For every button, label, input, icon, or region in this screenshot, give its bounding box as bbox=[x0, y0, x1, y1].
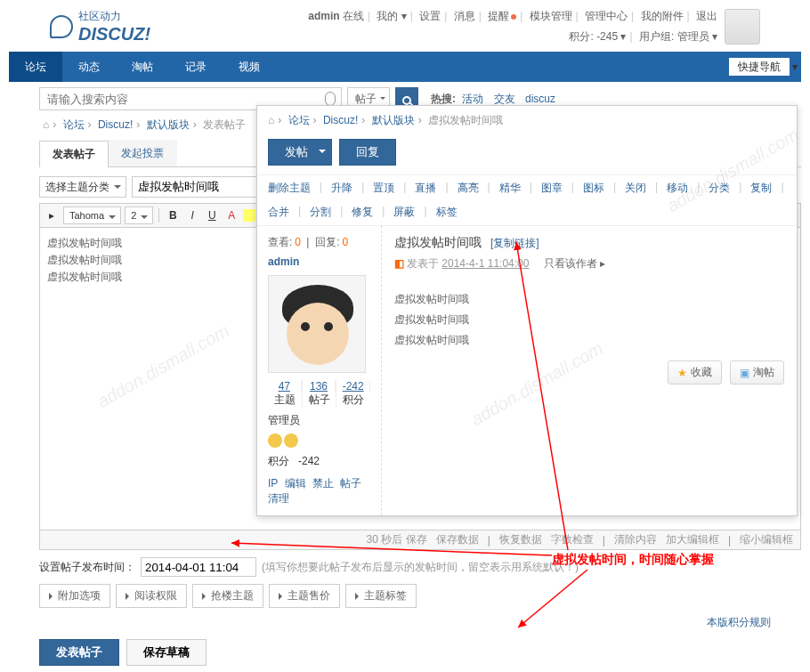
mic-icon[interactable] bbox=[325, 92, 336, 106]
fav-button[interactable]: ★收藏 bbox=[668, 360, 722, 385]
save-draft-button[interactable]: 保存草稿 bbox=[126, 639, 207, 666]
copy-link[interactable]: [复制链接] bbox=[490, 237, 539, 249]
author-credits: -242 bbox=[298, 455, 320, 467]
menu-attach[interactable]: 我的附件 bbox=[641, 10, 684, 22]
color-button[interactable]: A bbox=[223, 207, 239, 223]
hot-2[interactable]: 交友 bbox=[494, 93, 515, 105]
nav-feed[interactable]: 动态 bbox=[62, 52, 116, 82]
search-icon bbox=[402, 96, 411, 105]
post-meta: ◧发表于 2014-4-1 11:04:00 只看该作者 ▸ bbox=[394, 256, 784, 271]
nav-doing[interactable]: 记录 bbox=[169, 52, 223, 82]
size-select[interactable]: 2 bbox=[125, 206, 153, 224]
mod-close[interactable]: 关闭 bbox=[625, 181, 646, 196]
mod-digest[interactable]: 精华 bbox=[499, 181, 521, 196]
reply-button[interactable]: 回复 bbox=[339, 139, 396, 166]
menu-msg[interactable]: 消息 bbox=[454, 10, 475, 22]
ft-wordcount[interactable]: 字数检查 bbox=[551, 532, 594, 547]
mod-bump[interactable]: 升降 bbox=[331, 181, 352, 196]
only-author[interactable]: 只看该作者 bbox=[544, 257, 597, 270]
post-title: 虚拟发帖时间哦 [复制链接] bbox=[394, 235, 784, 251]
al-posts[interactable]: 帖子 bbox=[340, 477, 361, 490]
group-label: 用户组: bbox=[639, 30, 674, 43]
bold-button[interactable]: B bbox=[165, 207, 181, 223]
bc-forum[interactable]: 论坛 bbox=[63, 118, 85, 131]
new-post-button[interactable]: 发帖 bbox=[268, 139, 332, 166]
bc-board[interactable]: 默认版块 bbox=[147, 118, 190, 131]
opt-price[interactable]: 主题售价 bbox=[269, 584, 340, 608]
ft-clear[interactable]: 清除内容 bbox=[614, 532, 657, 547]
mod-copy[interactable]: 复制 bbox=[750, 181, 772, 196]
ft-bigger[interactable]: 加大编辑框 bbox=[666, 532, 719, 547]
mod-split[interactable]: 分割 bbox=[310, 205, 331, 220]
tab-poll[interactable]: 发起投票 bbox=[108, 140, 177, 166]
ft-restore[interactable]: 恢复数据 bbox=[499, 532, 542, 547]
al-ban[interactable]: 禁止 bbox=[312, 477, 334, 490]
pbc-forum[interactable]: 论坛 bbox=[288, 114, 310, 126]
mod-icon[interactable]: 图标 bbox=[583, 181, 604, 196]
author-actions: IP 编辑 禁止 帖子 清理 bbox=[268, 476, 370, 506]
notice-dot-icon bbox=[511, 14, 516, 20]
opt-perm[interactable]: 阅读权限 bbox=[116, 584, 187, 608]
ft-save[interactable]: 保存数据 bbox=[436, 532, 479, 547]
bc-discuz[interactable]: Discuz! bbox=[98, 118, 133, 131]
menu-logout[interactable]: 退出 bbox=[696, 10, 717, 22]
hot-1[interactable]: 活动 bbox=[462, 93, 483, 105]
star-icon: ★ bbox=[677, 367, 687, 379]
italic-button[interactable]: I bbox=[184, 207, 200, 223]
underline-button[interactable]: U bbox=[204, 207, 220, 223]
mod-stick[interactable]: 置顶 bbox=[373, 181, 394, 196]
scoop-button[interactable]: ▣淘帖 bbox=[730, 360, 784, 385]
mod-ban[interactable]: 屏蔽 bbox=[393, 205, 415, 220]
al-edit[interactable]: 编辑 bbox=[285, 477, 306, 490]
menu-mod[interactable]: 模块管理 bbox=[530, 10, 572, 22]
mod-tag[interactable]: 标签 bbox=[436, 205, 458, 220]
post-time[interactable]: 2014-4-1 11:04:00 bbox=[441, 257, 529, 270]
type-select[interactable]: 选择主题分类 bbox=[39, 176, 126, 198]
ft-autosave[interactable]: 30 秒后 保存 bbox=[367, 532, 427, 547]
tab-post[interactable]: 发表帖子 bbox=[39, 141, 109, 167]
logo[interactable]: 社区动力 DISCUZ! bbox=[50, 9, 150, 45]
mod-hl[interactable]: 高亮 bbox=[458, 181, 479, 196]
al-clean[interactable]: 清理 bbox=[268, 492, 289, 505]
pbc-discuz[interactable]: Discuz! bbox=[323, 114, 358, 126]
mod-move[interactable]: 移动 bbox=[667, 181, 688, 196]
quick-nav[interactable]: 快捷导航 bbox=[729, 58, 790, 76]
font-select[interactable]: Tahoma bbox=[63, 206, 121, 224]
submit-post-button[interactable]: 发表帖子 bbox=[39, 639, 119, 666]
menu-notice[interactable]: 提醒 bbox=[488, 10, 509, 22]
hot-3[interactable]: discuz bbox=[525, 93, 555, 105]
mod-live[interactable]: 直播 bbox=[415, 181, 436, 196]
exp-icon[interactable]: ▸ bbox=[44, 207, 60, 223]
nav-forum[interactable]: 论坛 bbox=[9, 52, 62, 82]
mod-stamp[interactable]: 图章 bbox=[541, 181, 563, 196]
mod-type[interactable]: 分类 bbox=[709, 181, 730, 196]
settime-label: 设置帖子发布时间： bbox=[39, 560, 135, 575]
replies-count: 0 bbox=[343, 236, 349, 248]
home-icon[interactable]: ⌂ bbox=[43, 118, 49, 131]
opt-tags[interactable]: 主题标签 bbox=[345, 584, 417, 608]
rules-link[interactable]: 本版积分规则 bbox=[707, 616, 771, 628]
opt-rush[interactable]: 抢楼主题 bbox=[192, 584, 263, 608]
search-input[interactable] bbox=[40, 93, 325, 106]
nav-video[interactable]: 视频 bbox=[223, 52, 276, 82]
mod-del[interactable]: 删除主题 bbox=[268, 181, 311, 196]
menu-settings[interactable]: 设置 bbox=[419, 10, 441, 22]
post-pane: 虚拟发帖时间哦 [复制链接] ◧发表于 2014-4-1 11:04:00 只看… bbox=[382, 226, 797, 515]
menu-admin[interactable]: 管理中心 bbox=[585, 10, 628, 22]
pbc-board[interactable]: 默认版块 bbox=[372, 114, 415, 126]
al-ip[interactable]: IP bbox=[268, 477, 278, 490]
mod-repair[interactable]: 修复 bbox=[352, 205, 373, 220]
bgcolor-button[interactable] bbox=[243, 209, 255, 222]
author-avatar[interactable] bbox=[268, 275, 366, 373]
settime-input[interactable] bbox=[141, 557, 256, 577]
opt-extra[interactable]: 附加选项 bbox=[39, 584, 110, 608]
avatar-top[interactable] bbox=[725, 9, 760, 45]
user-link[interactable]: admin bbox=[308, 10, 339, 22]
nav-collection[interactable]: 淘帖 bbox=[116, 52, 169, 82]
author-name[interactable]: admin bbox=[268, 255, 370, 268]
ft-smaller[interactable]: 缩小编辑框 bbox=[740, 532, 793, 547]
p-home-icon[interactable]: ⌂ bbox=[268, 114, 274, 126]
smileys bbox=[268, 433, 370, 450]
menu-my[interactable]: 我的 bbox=[377, 10, 398, 22]
mod-merge[interactable]: 合并 bbox=[268, 205, 289, 220]
